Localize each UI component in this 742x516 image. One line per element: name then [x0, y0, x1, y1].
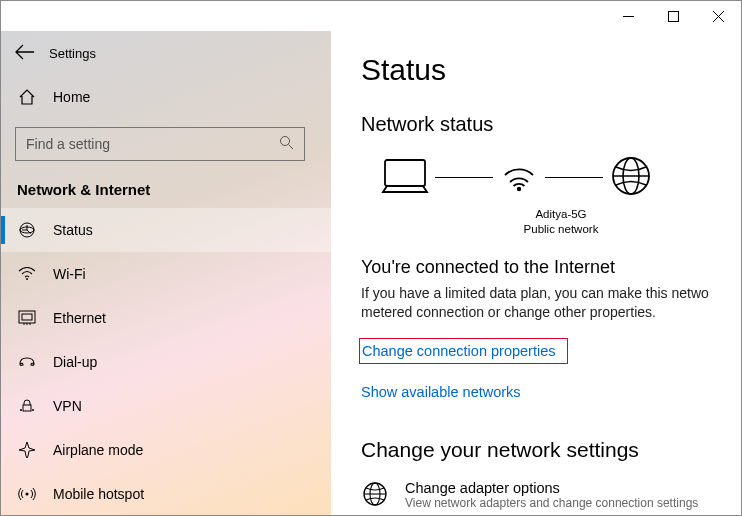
connected-body: If you have a limited data plan, you can… [361, 284, 741, 322]
sidebar-item-label: Wi-Fi [53, 266, 86, 282]
sidebar-item-label: Mobile hotspot [53, 486, 144, 502]
connection-caption: Aditya-5G Public network [501, 207, 621, 237]
wifi-icon [17, 267, 37, 281]
search-input[interactable]: Find a setting [15, 127, 305, 161]
sidebar-item-label: Dial-up [53, 354, 97, 370]
app-title: Settings [49, 46, 96, 61]
minimize-button[interactable] [606, 1, 651, 31]
svg-point-16 [32, 409, 34, 411]
network-diagram [361, 154, 741, 201]
ethernet-icon [17, 310, 37, 326]
sidebar-item-vpn[interactable]: VPN [1, 384, 331, 428]
link-show-available-networks[interactable]: Show available networks [361, 384, 521, 400]
content-area: Status Network status Aditya-5G Public n… [331, 31, 741, 515]
connection-name: Aditya-5G [501, 207, 621, 222]
maximize-button[interactable] [651, 1, 696, 31]
link-change-connection-properties[interactable]: Change connection properties [359, 338, 568, 364]
search-icon [279, 135, 294, 153]
wifi-router-icon [499, 156, 539, 199]
close-button[interactable] [696, 1, 741, 31]
svg-rect-1 [669, 11, 679, 21]
sidebar-item-wifi[interactable]: Wi-Fi [1, 252, 331, 296]
svg-rect-10 [22, 314, 32, 320]
vpn-icon [17, 399, 37, 413]
svg-rect-14 [23, 405, 31, 411]
adapter-globe-icon [361, 480, 389, 511]
sidebar: Settings Home Find a setting Network & I… [1, 31, 331, 515]
search-placeholder: Find a setting [26, 136, 110, 152]
sidebar-home[interactable]: Home [1, 75, 331, 119]
sidebar-item-airplane[interactable]: Airplane mode [1, 428, 331, 472]
section-change-network-settings: Change your network settings [361, 438, 741, 462]
svg-rect-18 [385, 160, 425, 186]
status-icon [17, 221, 37, 239]
sidebar-item-label: Ethernet [53, 310, 106, 326]
globe-icon [609, 154, 653, 201]
window-titlebar [1, 1, 741, 31]
svg-point-17 [26, 493, 29, 496]
sidebar-item-ethernet[interactable]: Ethernet [1, 296, 331, 340]
svg-point-15 [20, 409, 22, 411]
svg-rect-9 [19, 311, 35, 323]
sidebar-section-label: Network & Internet [1, 175, 331, 208]
sidebar-item-label: Status [53, 222, 93, 238]
sidebar-item-dialup[interactable]: Dial-up [1, 340, 331, 384]
hotspot-icon [17, 486, 37, 502]
sidebar-home-label: Home [53, 89, 90, 105]
sidebar-item-label: Airplane mode [53, 442, 143, 458]
adapter-title: Change adapter options [405, 480, 698, 496]
airplane-icon [17, 441, 37, 459]
sidebar-item-label: VPN [53, 398, 82, 414]
computer-icon [381, 156, 429, 199]
sidebar-item-hotspot[interactable]: Mobile hotspot [1, 472, 331, 515]
svg-point-19 [517, 187, 521, 191]
sidebar-item-status[interactable]: Status [1, 208, 331, 252]
svg-point-4 [281, 137, 290, 146]
adapter-subtitle: View network adapters and change connect… [405, 496, 698, 510]
svg-point-8 [26, 278, 28, 280]
change-adapter-options[interactable]: Change adapter options View network adap… [361, 480, 741, 511]
connected-heading: You're connected to the Internet [361, 257, 741, 278]
connection-type: Public network [501, 222, 621, 237]
section-network-status: Network status [361, 113, 741, 136]
back-row[interactable]: Settings [1, 31, 331, 75]
page-title: Status [361, 53, 741, 87]
home-icon [17, 88, 37, 106]
dialup-icon [17, 356, 37, 368]
svg-line-5 [289, 145, 294, 150]
back-arrow-icon [15, 44, 49, 63]
